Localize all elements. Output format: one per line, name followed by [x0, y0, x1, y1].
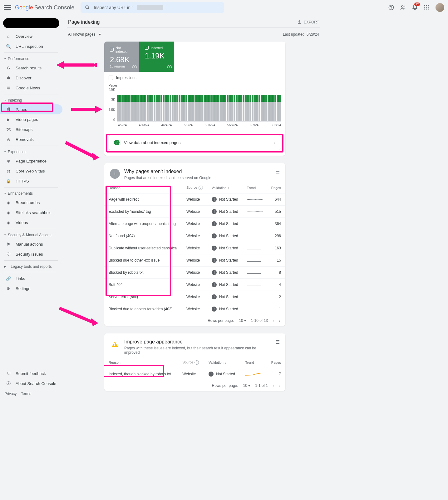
- impressions-checkbox[interactable]: [109, 76, 113, 80]
- col-validation[interactable]: Validation ↓: [204, 357, 241, 368]
- main-menu-button[interactable]: [4, 4, 11, 11]
- card-title: Why pages aren't indexed: [124, 169, 271, 174]
- sidebar-item-video-pages[interactable]: ▶Video pages: [0, 114, 62, 124]
- sidebar-item-pages[interactable]: 🗐Pages: [0, 104, 62, 114]
- section-performance[interactable]: Performance: [0, 54, 62, 63]
- help-icon[interactable]: ?: [132, 65, 137, 69]
- help-icon[interactable]: [388, 4, 394, 11]
- links-icon: 🔗: [6, 276, 11, 281]
- table-pager: Rows per page: 10 ▾ 1-10 of 13 ‹ ›: [104, 315, 285, 326]
- next-page-button[interactable]: ›: [279, 383, 280, 388]
- help-icon[interactable]: ?: [167, 65, 172, 69]
- help-icon[interactable]: ?: [199, 186, 203, 190]
- section-legacy[interactable]: ▸ Legacy tools and reports: [0, 262, 62, 271]
- privacy-link[interactable]: Privacy: [4, 392, 17, 396]
- cell-pages: 515: [267, 206, 285, 218]
- table-row[interactable]: Excluded by 'noindex' tagWebsite!Not Sta…: [104, 206, 285, 218]
- cell-trend: [241, 368, 266, 380]
- table-row[interactable]: Blocked due to other 4xx issueWebsite!No…: [104, 254, 285, 267]
- sidebar-item-overview[interactable]: ⌂Overview: [0, 31, 62, 41]
- sidebar-item-search-results[interactable]: GSearch results: [0, 63, 62, 73]
- col-reason[interactable]: Reason: [104, 357, 178, 368]
- url-inspect-search[interactable]: Inspect any URL in " xxxxxxxxxxxx: [81, 2, 224, 13]
- help-icon[interactable]: ?: [194, 360, 199, 365]
- videos-icon: ◈: [6, 220, 11, 225]
- table-row[interactable]: Blocked by robots.txtWebsite!Not Started…: [104, 267, 285, 279]
- people-icon[interactable]: [400, 4, 406, 11]
- sidebar-item-page-experience[interactable]: ⊕Page Experience: [0, 156, 62, 166]
- cell-trend: [243, 193, 267, 206]
- divider: [4, 187, 58, 188]
- section-enhancements[interactable]: Enhancements: [0, 189, 62, 198]
- table-row[interactable]: Server error (5xx)Website!Not Started2: [104, 291, 285, 303]
- table-row[interactable]: Blocked due to access forbidden (403)Web…: [104, 303, 285, 315]
- sidebar-label: Video pages: [16, 117, 38, 122]
- page-filter-dropdown[interactable]: All known pages ▾: [68, 32, 101, 37]
- cell-validation: !Not Started: [207, 291, 243, 303]
- sidebar-item-security-issues[interactable]: 🛡Security issues: [0, 249, 62, 259]
- sidebar-item-removals[interactable]: ⊘Removals: [0, 134, 62, 144]
- col-pages[interactable]: Pages: [267, 182, 285, 193]
- g-icon: G: [6, 65, 11, 71]
- prev-page-button[interactable]: ‹: [273, 383, 274, 388]
- table-row[interactable]: Not found (404)Website!Not Started296: [104, 230, 285, 242]
- col-trend[interactable]: Trend: [243, 182, 267, 193]
- section-indexing[interactable]: Indexing: [0, 96, 62, 104]
- sidebar-item-discover[interactable]: ✱Discover: [0, 73, 62, 83]
- cell-pages: 1: [267, 303, 285, 315]
- stat-not-indexed[interactable]: ✓Not indexed 2.68K 13 reasons ?: [104, 42, 139, 72]
- section-security[interactable]: Security & Manual Actions: [0, 230, 62, 239]
- export-button[interactable]: EXPORT: [297, 20, 319, 25]
- table-row[interactable]: Indexed, though blocked by robots.txtWeb…: [104, 368, 285, 380]
- col-source[interactable]: Source?: [178, 357, 204, 368]
- table-row[interactable]: Alternate page with proper canonical tag…: [104, 218, 285, 230]
- video-icon: ▶: [6, 117, 11, 122]
- cell-reason: Page with redirect: [104, 193, 182, 206]
- stat-indexed[interactable]: ✓Indexed 1.19K ?: [139, 42, 174, 72]
- table-row[interactable]: Soft 404Website!Not Started4: [104, 279, 285, 291]
- sidebar-item-manual-actions[interactable]: ⚑Manual actions: [0, 239, 62, 249]
- section-experience[interactable]: Experience: [0, 147, 62, 156]
- notifications-icon[interactable]: 97: [412, 4, 418, 11]
- col-reason[interactable]: Reason: [104, 182, 182, 193]
- col-source[interactable]: Source?: [182, 182, 207, 193]
- sort-down-icon: ↓: [227, 186, 229, 190]
- sidebar-item-about[interactable]: ⓘAbout Search Console: [0, 378, 62, 388]
- sidebar-item-settings[interactable]: ⚙Settings: [0, 283, 62, 293]
- property-selector[interactable]: [3, 18, 59, 28]
- next-page-button[interactable]: ›: [279, 318, 280, 323]
- table-row[interactable]: Duplicate without user-selected canonica…: [104, 242, 285, 254]
- apps-icon[interactable]: [424, 4, 430, 11]
- col-validation[interactable]: Validation ↓: [207, 182, 243, 193]
- rows-per-page-select[interactable]: 10 ▾: [239, 318, 246, 323]
- cell-reason: Excluded by 'noindex' tag: [104, 206, 182, 218]
- cell-trend: [243, 230, 267, 242]
- sidebar-item-breadcrumbs[interactable]: ◈Breadcrumbs: [0, 198, 62, 208]
- prev-page-button[interactable]: ‹: [273, 318, 274, 323]
- sidebar-item-core-web-vitals[interactable]: ◔Core Web Vitals: [0, 166, 62, 176]
- sidebar-item-google-news[interactable]: ▤Google News: [0, 83, 62, 93]
- gauge-icon: ◔: [6, 168, 11, 174]
- sidebar-item-sitelinks[interactable]: ◈Sitelinks searchbox: [0, 208, 62, 218]
- sidebar-item-links[interactable]: 🔗Links: [0, 273, 62, 283]
- sidebar-item-https[interactable]: 🔒HTTPS: [0, 176, 62, 186]
- plus-circle-icon: ⊕: [6, 158, 11, 164]
- filter-icon[interactable]: ☰: [275, 339, 280, 345]
- account-avatar[interactable]: [436, 3, 444, 12]
- col-pages[interactable]: Pages: [266, 357, 285, 368]
- sidebar-item-url-inspection[interactable]: 🔍URL inspection: [0, 41, 62, 51]
- sidebar-item-feedback[interactable]: 🗨Submit feedback: [0, 368, 62, 378]
- filter-icon[interactable]: ☰: [275, 169, 280, 175]
- view-indexed-pages-link[interactable]: ✓ View data about indexed pages ›: [109, 135, 281, 150]
- sidebar-item-videos[interactable]: ◈Videos: [0, 218, 62, 228]
- col-trend[interactable]: Trend: [241, 357, 266, 368]
- sidebar-label: Videos: [16, 220, 28, 225]
- terms-link[interactable]: Terms: [21, 392, 31, 396]
- rows-per-page-select[interactable]: 10 ▾: [243, 383, 250, 388]
- table-row[interactable]: Page with redirectWebsite!Not Started644: [104, 193, 285, 206]
- divider: [4, 94, 58, 94]
- status-icon: !: [212, 209, 217, 214]
- sidebar-item-sitemaps[interactable]: 🗺Sitemaps: [0, 124, 62, 134]
- cell-reason: Indexed, though blocked by robots.txt: [104, 368, 178, 380]
- page-title: Page indexing: [68, 19, 100, 25]
